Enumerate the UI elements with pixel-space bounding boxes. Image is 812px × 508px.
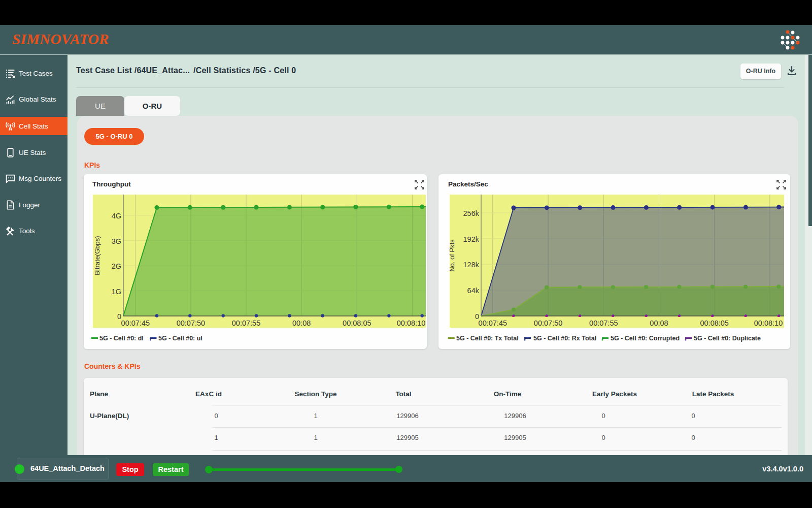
- svg-text:00:07:45: 00:07:45: [121, 319, 150, 327]
- svg-text:00:07:55: 00:07:55: [232, 319, 260, 327]
- svg-text:5G - Cell #0: Tx Total: 5G - Cell #0: Tx Total: [456, 335, 519, 342]
- svg-text:1G: 1G: [112, 288, 121, 296]
- svg-text:00:08:10: 00:08:10: [754, 319, 783, 327]
- svg-text:4G: 4G: [112, 212, 121, 220]
- svg-text:00:08:10: 00:08:10: [397, 319, 425, 327]
- svg-text:5G - Cell #0: dl: 5G - Cell #0: dl: [99, 335, 144, 342]
- svg-text:Bitrate(Gbps): Bitrate(Gbps): [93, 236, 101, 275]
- svg-text:No. of Pkts: No. of Pkts: [448, 239, 456, 272]
- svg-text:00:07:50: 00:07:50: [534, 319, 562, 327]
- svg-text:5G - Cell #0: Duplicate: 5G - Cell #0: Duplicate: [694, 335, 761, 342]
- svg-text:00:07:55: 00:07:55: [589, 319, 618, 327]
- svg-text:192k: 192k: [463, 235, 480, 243]
- svg-text:5G - Cell #0: Corrupted: 5G - Cell #0: Corrupted: [611, 335, 680, 342]
- svg-text:5G - Cell #0: Rx Total: 5G - Cell #0: Rx Total: [533, 335, 596, 342]
- svg-text:00:07:50: 00:07:50: [177, 319, 205, 327]
- svg-text:00:08:05: 00:08:05: [343, 319, 371, 327]
- svg-text:3G: 3G: [112, 237, 121, 245]
- svg-text:00:08: 00:08: [292, 319, 311, 327]
- svg-text:128k: 128k: [463, 261, 480, 269]
- svg-text:256k: 256k: [463, 209, 480, 217]
- svg-text:00:08: 00:08: [650, 319, 668, 327]
- svg-text:2G: 2G: [112, 262, 121, 270]
- svg-text:00:08:05: 00:08:05: [700, 319, 728, 327]
- svg-text:5G - Cell #0: ul: 5G - Cell #0: ul: [158, 335, 202, 342]
- svg-text:00:07:45: 00:07:45: [479, 319, 507, 327]
- svg-text:64k: 64k: [467, 287, 480, 295]
